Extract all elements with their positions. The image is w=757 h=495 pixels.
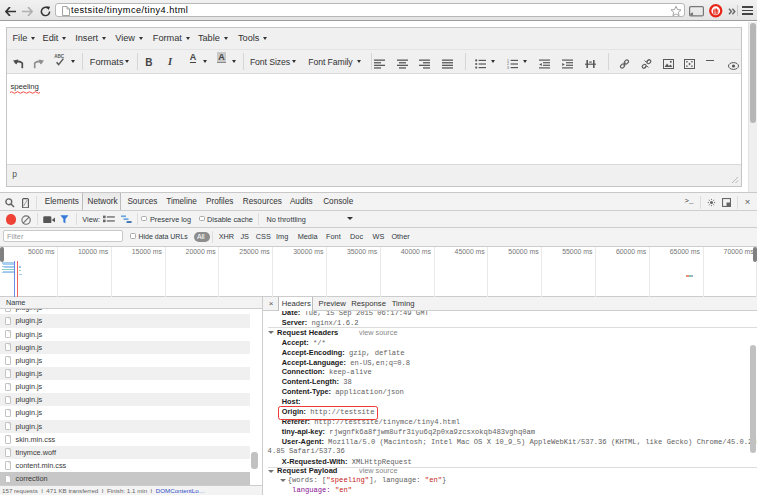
svg-text:3: 3 <box>507 66 509 69</box>
